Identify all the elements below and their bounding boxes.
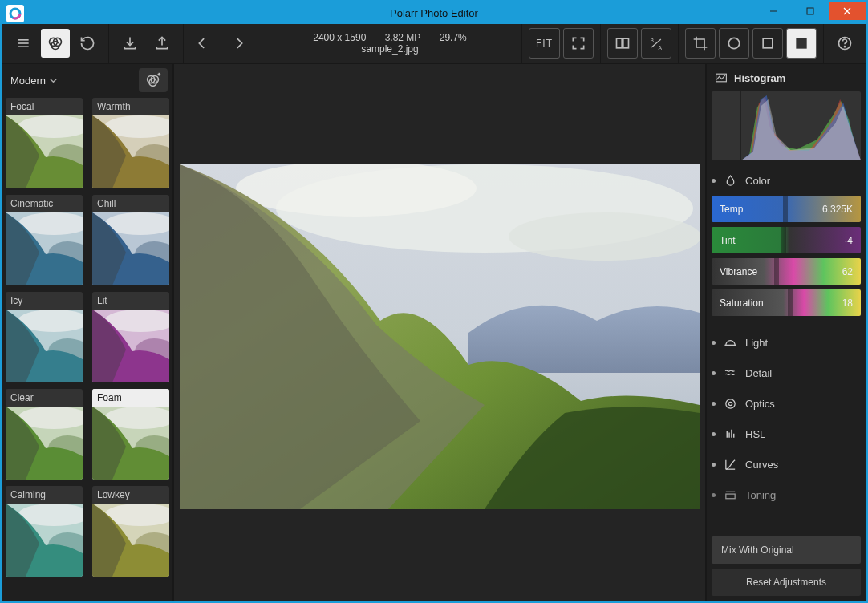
mix-with-original-button[interactable]: Mix With Original — [712, 536, 861, 564]
filter-label: Warmth — [92, 98, 169, 115]
filter-grid: Focal Warmth Cinematic Chill Icy Lit Cle… — [2, 98, 172, 601]
image-zoom: 29.7% — [440, 32, 467, 43]
toning-icon — [724, 488, 737, 502]
before-after-button[interactable]: BA — [641, 28, 671, 59]
section-color[interactable]: Color — [707, 165, 866, 196]
redo-button[interactable] — [222, 29, 251, 58]
filter-category-dropdown[interactable]: Modern — [10, 75, 58, 87]
section-light[interactable]: Light — [707, 327, 866, 358]
slider-handle[interactable] — [781, 227, 786, 253]
menu-button[interactable] — [9, 29, 38, 58]
adjustments-button[interactable] — [786, 28, 817, 59]
fit-button[interactable]: FIT — [529, 28, 560, 59]
filters-sidebar: Modern Focal Warmth Cinematic Chill Icy — [2, 64, 174, 601]
filter-warmth[interactable]: Warmth — [92, 98, 169, 188]
top-toolbar: 2400 x 1590 3.82 MP 29.7% sample_2.jpg F… — [2, 24, 866, 64]
section-curves[interactable]: Curves — [707, 449, 866, 480]
svg-point-54 — [728, 402, 732, 405]
filter-icy[interactable]: Icy — [6, 292, 83, 382]
sun-icon — [724, 336, 737, 350]
histogram-channel-toggle[interactable] — [712, 91, 741, 160]
svg-text:B: B — [651, 38, 655, 43]
reset-adjustments-button[interactable]: Reset Adjustments — [712, 569, 861, 596]
app-body: 2400 x 1590 3.82 MP 29.7% sample_2.jpg F… — [2, 24, 866, 601]
add-filter-button[interactable] — [139, 68, 168, 92]
lens-icon — [724, 397, 737, 411]
filter-label: Foam — [92, 389, 169, 407]
filter-label: Calming — [6, 486, 83, 504]
close-button[interactable] — [829, 2, 866, 20]
histogram-title: Histogram — [707, 64, 866, 91]
curve-icon — [724, 458, 737, 471]
compare-split-button[interactable] — [607, 28, 638, 59]
svg-point-21 — [845, 47, 846, 47]
svg-rect-3 — [807, 8, 813, 14]
app-logo — [6, 5, 24, 22]
svg-point-17 — [728, 38, 739, 48]
filter-label: Clear — [6, 389, 83, 407]
svg-rect-12 — [617, 38, 623, 48]
filter-label: Chill — [92, 195, 169, 212]
filter-clear[interactable]: Clear — [6, 389, 83, 480]
history-button[interactable] — [73, 29, 102, 58]
filter-calming[interactable]: Calming — [6, 486, 83, 577]
svg-rect-19 — [797, 38, 806, 48]
section-detail[interactable]: Detail — [707, 358, 866, 388]
chevron-down-icon — [49, 76, 58, 85]
droplet-icon — [724, 174, 737, 188]
filter-label: Lowkey — [92, 486, 169, 504]
preview-image — [180, 164, 700, 509]
filter-focal[interactable]: Focal — [6, 98, 83, 188]
filter-cinematic[interactable]: Cinematic — [6, 195, 83, 285]
export-button[interactable] — [148, 29, 176, 58]
bars-icon — [724, 427, 737, 441]
filter-lowkey[interactable]: Lowkey — [92, 486, 169, 577]
help-button[interactable] — [830, 29, 859, 58]
slider-handle[interactable] — [783, 196, 788, 222]
gradient-mask-button[interactable] — [752, 28, 783, 59]
slider-saturation[interactable]: Saturation18 — [712, 289, 861, 316]
filter-category-label: Modern — [10, 75, 46, 87]
filter-lit[interactable]: Lit — [92, 292, 169, 382]
section-optics[interactable]: Optics — [707, 388, 866, 419]
filter-label: Lit — [92, 292, 169, 310]
waves-icon — [724, 366, 737, 380]
slider-tint[interactable]: Tint-4 — [712, 227, 861, 253]
slider-vibrance[interactable]: Vibrance62 — [712, 258, 861, 285]
histogram-display[interactable] — [712, 91, 861, 160]
section-toning[interactable]: Toning — [707, 480, 866, 510]
slider-handle[interactable] — [774, 258, 779, 285]
svg-rect-18 — [763, 38, 773, 48]
undo-button[interactable] — [190, 29, 219, 58]
image-info: 2400 x 1590 3.82 MP 29.7% sample_2.jpg — [258, 32, 521, 55]
svg-point-50 — [509, 212, 700, 261]
filter-foam[interactable]: Foam — [92, 389, 169, 480]
svg-point-53 — [726, 399, 735, 407]
svg-rect-13 — [623, 38, 629, 48]
filter-label: Cinematic — [6, 195, 83, 212]
section-hsl[interactable]: HSL — [707, 419, 866, 449]
maximize-button[interactable] — [792, 2, 829, 20]
filters-toggle-button[interactable] — [41, 29, 70, 58]
window-titlebar: Polarr Photo Editor — [2, 2, 866, 24]
radial-mask-button[interactable] — [719, 28, 749, 59]
image-canvas[interactable] — [174, 64, 705, 601]
slider-temp[interactable]: Temp6,325K — [712, 196, 861, 222]
svg-text:A: A — [659, 45, 663, 51]
crop-button[interactable] — [685, 28, 716, 59]
svg-rect-59 — [726, 494, 735, 499]
histogram-icon — [715, 71, 728, 84]
window-title: Polarr Photo Editor — [2, 7, 866, 19]
filter-chill[interactable]: Chill — [92, 195, 169, 285]
image-filename: sample_2.jpg — [361, 43, 418, 55]
fullscreen-button[interactable] — [563, 28, 594, 59]
image-dimensions: 2400 x 1590 — [313, 32, 366, 43]
filter-label: Focal — [6, 98, 83, 115]
minimize-button[interactable] — [755, 2, 792, 20]
filter-label: Icy — [6, 292, 83, 310]
import-button[interactable] — [116, 29, 144, 58]
image-megapixels: 3.82 MP — [385, 32, 421, 43]
adjustments-panel: Histogram Color Temp6,325K Tint-4 Vibran… — [705, 64, 866, 601]
slider-handle[interactable] — [788, 289, 793, 316]
